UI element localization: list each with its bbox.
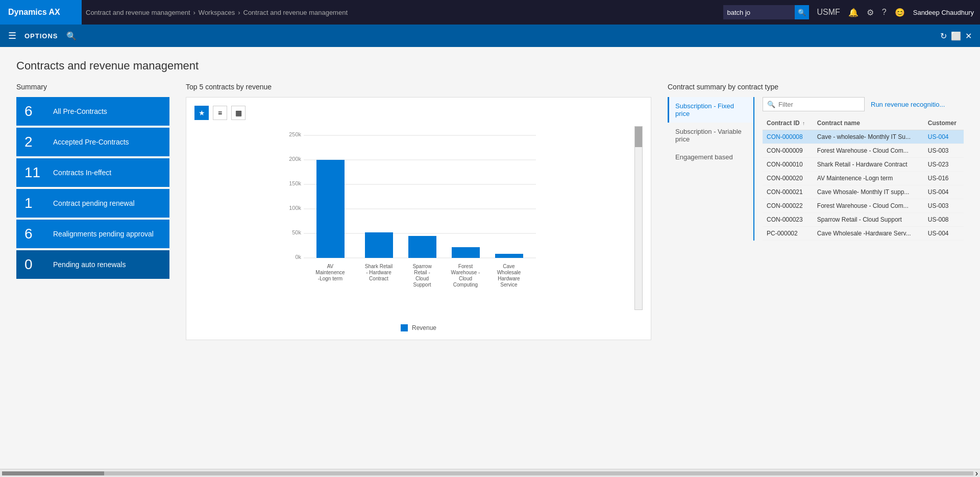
refresh-icon[interactable]: ↻ xyxy=(940,31,947,41)
help-icon[interactable]: ? xyxy=(882,8,887,17)
horizontal-scroll-thumb[interactable] xyxy=(2,471,104,475)
table-row-3[interactable]: CON-000020 AV Maintenence -Logn term US-… xyxy=(763,172,964,185)
summary-panel: Summary 6All Pre-Contracts2Accepted Pre-… xyxy=(16,83,169,281)
global-search-input[interactable] xyxy=(723,5,795,19)
col-contract-id[interactable]: Contract ID ↑ xyxy=(763,116,813,130)
chart-container: ★ ≡ ▦ 250k 200k 150k 100k 50k 0k xyxy=(186,97,651,340)
breadcrumb-item-1[interactable]: Contract and revenue management xyxy=(86,9,190,16)
run-revenue-button[interactable]: Run revenue recognitio... xyxy=(871,101,945,108)
global-search-icon[interactable]: 🔍 xyxy=(795,5,809,19)
sort-icon: ↑ xyxy=(802,121,805,126)
summary-item-4[interactable]: 6Realignments pending approval xyxy=(16,220,169,248)
table-row-4[interactable]: CON-000021 Cave Whosale- Monthly IT supp… xyxy=(763,185,964,199)
top-navigation: Dynamics AX Contract and revenue managem… xyxy=(0,0,980,25)
cell-name-7: Cave Wholesale -Hardware Serv... xyxy=(813,227,924,241)
svg-text:Contract: Contract xyxy=(369,276,388,281)
chart-list-btn[interactable]: ≡ xyxy=(213,106,227,120)
summary-label-5: Pending auto renewals xyxy=(53,260,126,269)
chart-bar-btn[interactable]: ▦ xyxy=(231,106,246,120)
notification-icon[interactable]: 🔔 xyxy=(848,8,859,17)
contract-type-2[interactable]: Engagement based xyxy=(668,148,753,166)
chart-panel: Top 5 contracts by revenue ★ ≡ ▦ 250k 20… xyxy=(186,83,651,340)
hamburger-menu-icon[interactable]: ☰ xyxy=(8,30,16,41)
contract-types: Subscription - Fixed priceSubscription -… xyxy=(668,97,754,241)
summary-item-2[interactable]: 11Contracts In-effect xyxy=(16,158,169,187)
table-header-row: Contract ID ↑ Contract name Customer xyxy=(763,116,964,130)
options-bar: ☰ OPTIONS 🔍 ↻ ⬜ ✕ xyxy=(0,25,980,47)
cell-id-3: CON-000020 xyxy=(763,172,813,185)
options-search-icon[interactable]: 🔍 xyxy=(66,31,77,41)
table-row-1[interactable]: CON-000009 Forest Warehouse - Cloud Com.… xyxy=(763,144,964,158)
svg-text:- Hardware: - Hardware xyxy=(366,270,391,275)
filter-input[interactable] xyxy=(778,101,864,108)
bottom-scrollbar-area: › xyxy=(0,469,980,477)
svg-text:AV: AV xyxy=(327,264,334,269)
svg-text:150k: 150k xyxy=(289,180,301,186)
cell-customer-5: US-003 xyxy=(924,199,964,213)
scroll-right-icon[interactable]: › xyxy=(975,469,978,478)
options-label: OPTIONS xyxy=(24,32,58,40)
chart-star-btn[interactable]: ★ xyxy=(194,106,209,120)
chart-title: Top 5 contracts by revenue xyxy=(186,83,651,91)
svg-text:Forest: Forest xyxy=(458,264,473,269)
summary-count-3: 1 xyxy=(24,195,45,211)
cell-name-3: AV Maintenence -Logn term xyxy=(813,172,924,185)
user-avatar-icon[interactable]: 😊 xyxy=(895,8,905,17)
contract-summary-title: Contract summary by contract type xyxy=(668,83,964,91)
contract-table-area: 🔍 Run revenue recognitio... Contract ID … xyxy=(754,97,964,241)
bar-shark[interactable] xyxy=(365,232,393,258)
svg-text:-Logn term: -Logn term xyxy=(318,276,342,281)
cell-id-6: CON-000023 xyxy=(763,213,813,227)
contract-table: Contract ID ↑ Contract name Customer CON… xyxy=(763,116,964,241)
cell-id-7: PC-000002 xyxy=(763,227,813,241)
chart-scrollbar[interactable] xyxy=(634,126,643,310)
breadcrumb-item-2[interactable]: Workspaces xyxy=(199,9,235,16)
col-contract-name[interactable]: Contract name xyxy=(813,116,924,130)
nav-right: 🔍 USMF 🔔 ⚙ ? 😊 Sandeep Chaudhury xyxy=(723,5,974,19)
summary-items: 6All Pre-Contracts2Accepted Pre-Contract… xyxy=(16,97,169,279)
app-title[interactable]: Dynamics AX xyxy=(0,0,82,25)
user-name: Sandeep Chaudhury xyxy=(913,9,974,16)
summary-item-5[interactable]: 0Pending auto renewals xyxy=(16,250,169,279)
chart-scroll-thumb[interactable] xyxy=(635,127,642,147)
restore-icon[interactable]: ⬜ xyxy=(951,31,961,41)
summary-count-4: 6 xyxy=(24,226,45,242)
summary-item-3[interactable]: 1Contract pending renewal xyxy=(16,189,169,218)
table-row-6[interactable]: CON-000023 Sparrow Retail - Cloud Suppor… xyxy=(763,213,964,227)
breadcrumb-item-3[interactable]: Contract and revenue management xyxy=(243,9,348,16)
contract-type-1[interactable]: Subscription - Variable price xyxy=(668,123,753,148)
svg-text:Retail -: Retail - xyxy=(414,270,430,275)
cell-id-4: CON-000021 xyxy=(763,185,813,199)
summary-count-2: 11 xyxy=(24,164,45,181)
cell-customer-0: US-004 xyxy=(924,130,964,144)
company-selector[interactable]: USMF xyxy=(817,8,840,17)
bar-av[interactable] xyxy=(316,160,345,258)
bar-sparrow[interactable] xyxy=(408,236,436,258)
summary-item-0[interactable]: 6All Pre-Contracts xyxy=(16,97,169,126)
summary-label-1: Accepted Pre-Contracts xyxy=(53,137,129,147)
summary-label-0: All Pre-Contracts xyxy=(53,107,107,116)
filter-input-wrapper: 🔍 xyxy=(763,97,865,111)
filter-icon: 🔍 xyxy=(767,101,775,108)
summary-label-3: Contract pending renewal xyxy=(53,199,135,208)
table-row-7[interactable]: PC-000002 Cave Wholesale -Hardware Serv.… xyxy=(763,227,964,241)
svg-text:50k: 50k xyxy=(292,229,301,235)
chart-legend: Revenue xyxy=(194,324,643,331)
table-row-5[interactable]: CON-000022 Forest Warehouse - Cloud Com.… xyxy=(763,199,964,213)
settings-icon[interactable]: ⚙ xyxy=(867,8,874,17)
contract-type-0[interactable]: Subscription - Fixed price xyxy=(668,97,753,123)
bar-forest[interactable] xyxy=(452,247,480,258)
col-customer[interactable]: Customer xyxy=(924,116,964,130)
cell-customer-3: US-016 xyxy=(924,172,964,185)
svg-text:200k: 200k xyxy=(289,156,301,162)
page-title: Contracts and revenue management xyxy=(16,59,964,73)
svg-text:Cloud: Cloud xyxy=(415,276,429,281)
close-icon[interactable]: ✕ xyxy=(965,31,972,41)
svg-text:0k: 0k xyxy=(295,254,301,260)
svg-text:Warehouse -: Warehouse - xyxy=(451,270,480,275)
bar-cave[interactable] xyxy=(495,254,523,258)
summary-item-1[interactable]: 2Accepted Pre-Contracts xyxy=(16,128,169,156)
horizontal-scrollbar[interactable] xyxy=(2,471,973,475)
table-row-0[interactable]: CON-000008 Cave - wholesale- Monthly IT … xyxy=(763,130,964,144)
table-row-2[interactable]: CON-000010 Shark Retail - Hardware Contr… xyxy=(763,158,964,172)
